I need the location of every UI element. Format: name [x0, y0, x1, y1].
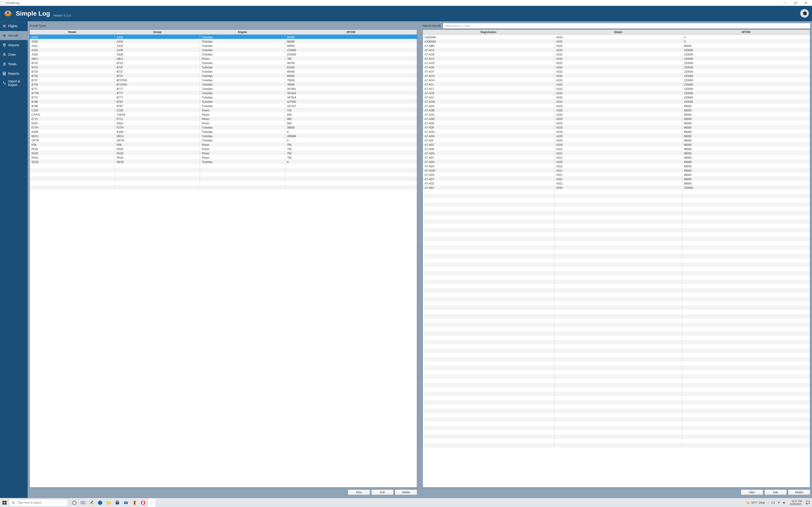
aircraft-types-new-button[interactable]: New: [348, 490, 370, 495]
table-row[interactable]: A7-ACJA332233000: [423, 86, 810, 91]
table-row[interactable]: SEZSSEZSTurbofan0: [30, 159, 417, 164]
table-row[interactable]: [423, 198, 810, 202]
table-row[interactable]: B737B737NGTurbofan79000: [30, 78, 417, 82]
table-row[interactable]: A333A330Turbofan233000: [30, 52, 417, 56]
taskbar-search[interactable]: Type here to search: [9, 499, 68, 506]
table-row[interactable]: [423, 271, 810, 275]
table-row[interactable]: PA29PA29Piston750: [30, 151, 417, 155]
table-row[interactable]: B77WB777Turbofan351543: [30, 91, 417, 95]
sidebar-item-totals[interactable]: Totals: [0, 59, 28, 69]
table-row[interactable]: A7-ADWA32189000: [423, 168, 810, 172]
table-row[interactable]: [423, 241, 810, 245]
opera-icon[interactable]: [139, 498, 147, 507]
table-row[interactable]: [423, 280, 810, 284]
sidebar-item-import-export[interactable]: Import & Export: [0, 78, 28, 88]
table-row[interactable]: [423, 245, 810, 250]
table-row[interactable]: [423, 409, 810, 413]
sidebar-item-airports[interactable]: Airports: [0, 40, 28, 50]
search-aircraft-input[interactable]: [443, 23, 810, 29]
table-row[interactable]: A7-ACLA332233000: [423, 95, 810, 99]
table-row[interactable]: [423, 366, 810, 370]
table-row[interactable]: B734B737Turbofan68000: [30, 69, 417, 73]
table-row[interactable]: A7-AEAA333233000: [423, 185, 810, 189]
aircraft-list-edit-button[interactable]: Edit: [764, 490, 786, 495]
table-row[interactable]: B732B732Turbofan58700: [30, 60, 417, 65]
table-row[interactable]: [423, 189, 810, 194]
table-row[interactable]: [423, 293, 810, 297]
store-icon[interactable]: [113, 498, 121, 507]
table-row[interactable]: A7-ACKA332233000: [423, 91, 810, 95]
table-row[interactable]: E810E810Piston900: [30, 121, 417, 125]
table-row[interactable]: A7-ADGA32066000: [423, 129, 810, 133]
table-row[interactable]: [423, 443, 810, 447]
sidebar-item-crew[interactable]: Crew: [0, 50, 28, 59]
table-row[interactable]: A7-ADCA32066000: [423, 112, 810, 116]
table-row[interactable]: [423, 422, 810, 426]
table-row[interactable]: [423, 284, 810, 288]
table-row[interactable]: [30, 172, 417, 176]
table-row[interactable]: [423, 224, 810, 228]
table-row[interactable]: B738B737NGTurbofan79000: [30, 82, 417, 86]
col-registration[interactable]: Registration: [423, 30, 554, 35]
table-row[interactable]: B735B737Turbofan60500: [30, 73, 417, 78]
table-row[interactable]: A7-ACCA332233000: [423, 56, 810, 60]
col-model[interactable]: Model: [30, 30, 115, 35]
table-row[interactable]: AB11AB11Piston700: [30, 56, 417, 60]
table-row[interactable]: [423, 344, 810, 349]
table-row[interactable]: [423, 258, 810, 263]
table-row[interactable]: A7-ADKA32189000: [423, 147, 810, 151]
system-tray[interactable]: [765, 501, 788, 504]
office-icon[interactable]: [131, 498, 139, 507]
table-row[interactable]: B77LB777Turbofan347451: [30, 86, 417, 91]
table-row[interactable]: CAP10CAP10Piston830: [30, 112, 417, 116]
aircraft-list-new-button[interactable]: New: [741, 490, 763, 495]
aircraft-types-delete-button[interactable]: Delete: [395, 490, 417, 495]
table-row[interactable]: [423, 349, 810, 353]
table-row[interactable]: B789B787Turbofan247207: [30, 103, 417, 108]
table-row[interactable]: [30, 168, 417, 172]
table-row[interactable]: A7-ADJA32066000: [423, 142, 810, 147]
col-engine[interactable]: Engine: [200, 30, 285, 35]
table-row[interactable]: A7-ADTA32189000: [423, 155, 810, 159]
table-row[interactable]: [423, 288, 810, 293]
table-row[interactable]: [423, 228, 810, 232]
table-row[interactable]: A7-ADBA32066000: [423, 108, 810, 112]
table-row[interactable]: [423, 232, 810, 237]
table-row[interactable]: [423, 301, 810, 305]
table-row[interactable]: [423, 211, 810, 215]
table-row[interactable]: [423, 207, 810, 211]
table-row[interactable]: [423, 340, 810, 344]
table-row[interactable]: A7-ACAA332233000: [423, 48, 810, 52]
table-row[interactable]: A321A320Turbofan89000: [30, 43, 417, 48]
table-row[interactable]: A7-ACGA332233000: [423, 73, 810, 78]
table-row[interactable]: [423, 430, 810, 435]
table-row[interactable]: [423, 361, 810, 366]
table-row[interactable]: A7-ADZA32189000: [423, 181, 810, 185]
table-row[interactable]: A7-ADIA32066000: [423, 138, 810, 142]
table-row[interactable]: [423, 435, 810, 439]
table-row[interactable]: OPTROPTRTurbofan0: [30, 138, 417, 142]
table-row[interactable]: [423, 383, 810, 387]
col-group[interactable]: Group: [115, 30, 200, 35]
table-row[interactable]: [423, 237, 810, 241]
task-view-icon[interactable]: [79, 498, 87, 507]
col-mtow[interactable]: MTOW: [285, 30, 417, 35]
table-row[interactable]: A7-ADXA32189000: [423, 172, 810, 176]
aircraft-types-body[interactable]: A319A320Turbofan64000A320A320Turbofan660…: [30, 35, 417, 487]
table-row[interactable]: [30, 176, 417, 181]
window-maximize-button[interactable]: [790, 0, 801, 6]
edge-icon[interactable]: [96, 498, 104, 507]
cortana-icon[interactable]: [70, 498, 79, 507]
col-model2[interactable]: Model: [554, 30, 682, 35]
table-row[interactable]: [423, 314, 810, 319]
sidebar-item-reports[interactable]: Reports: [0, 69, 28, 78]
table-row[interactable]: A7-ACEA332233000: [423, 65, 810, 69]
java-icon[interactable]: [148, 498, 156, 507]
splitter[interactable]: [419, 21, 421, 498]
taskbar-weather[interactable]: 82°F Clear: [746, 501, 765, 505]
table-row[interactable]: B788B787Turbofan227930: [30, 99, 417, 103]
table-row[interactable]: A7-ADSA32189000: [423, 151, 810, 155]
table-row[interactable]: [423, 275, 810, 280]
table-row[interactable]: [423, 194, 810, 198]
table-row[interactable]: [423, 392, 810, 396]
